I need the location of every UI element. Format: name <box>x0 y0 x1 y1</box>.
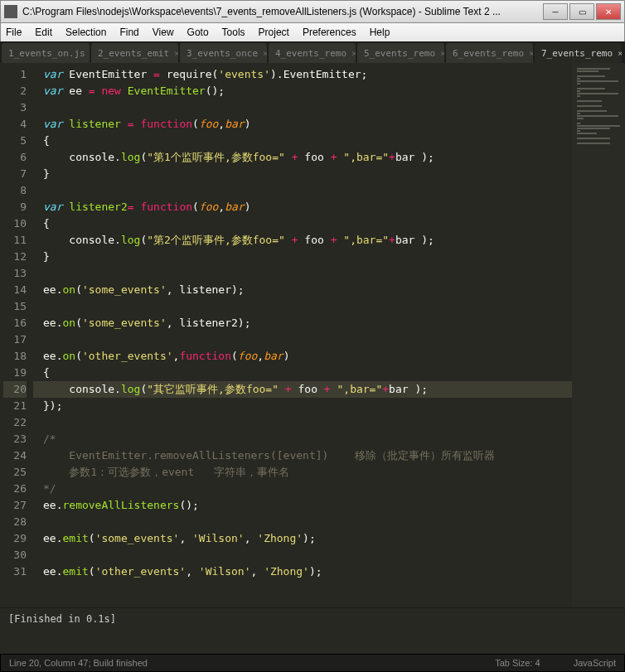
tab-label: 3_events_once <box>187 48 258 59</box>
menu-goto[interactable]: Goto <box>187 27 209 38</box>
code-line[interactable]: console.log("第2个监听事件,参数foo=" + foo + ",b… <box>33 232 572 249</box>
line-number: 8 <box>3 182 27 199</box>
status-tabsize[interactable]: Tab Size: 4 <box>495 658 540 668</box>
code-line[interactable]: ee.on('some_events', listener2); <box>33 315 572 331</box>
line-number: 31 <box>3 563 27 580</box>
tab-label: 4_events_remo <box>275 48 346 59</box>
code-line[interactable]: ee.on('other_events',function(foo,bar) <box>33 348 572 365</box>
tab-label: 1_events_on.js <box>8 48 85 59</box>
line-number: 10 <box>3 215 27 232</box>
line-number: 19 <box>3 365 27 381</box>
tab-3[interactable]: 4_events_remo× <box>269 43 356 63</box>
menu-tools[interactable]: Tools <box>222 27 245 38</box>
code-line[interactable] <box>33 298 572 315</box>
status-language[interactable]: JavaScript <box>574 658 616 668</box>
tab-close-icon[interactable]: × <box>263 48 267 59</box>
menubar: File Edit Selection Find View Goto Tools… <box>0 23 625 41</box>
close-button[interactable]: ✕ <box>596 3 621 20</box>
code-line[interactable]: EventEmitter.removeAllListeners([event])… <box>33 447 572 464</box>
tab-1[interactable]: 2_events_emit× <box>91 43 178 63</box>
code-line[interactable]: } <box>33 249 572 265</box>
code-line[interactable]: var listener = function(foo,bar) <box>33 116 572 133</box>
menu-selection[interactable]: Selection <box>65 27 106 38</box>
line-number: 22 <box>3 414 27 431</box>
code-line[interactable]: { <box>33 365 572 381</box>
code-line[interactable]: ee.on('some_events', listener); <box>33 282 572 298</box>
tab-close-icon[interactable]: × <box>351 48 356 59</box>
maximize-button[interactable]: ▭ <box>569 3 594 20</box>
line-number: 30 <box>3 547 27 563</box>
tab-4[interactable]: 5_events_remo× <box>357 43 444 63</box>
code-line[interactable] <box>33 182 572 199</box>
window-title: C:\Program Files\nodejs\Workspace\events… <box>22 6 543 17</box>
code-line[interactable] <box>33 99 572 116</box>
tab-label: 5_events_remo <box>364 48 435 59</box>
line-number: 5 <box>3 133 27 149</box>
tab-6[interactable]: 7_events_remo× <box>535 43 622 63</box>
line-number: 1 <box>3 66 27 83</box>
code-line[interactable]: ee.emit('other_events', 'Wilson', 'Zhong… <box>33 563 572 580</box>
app-icon <box>4 5 17 18</box>
code-line[interactable]: console.log("第1个监听事件,参数foo=" + foo + ",b… <box>33 149 572 166</box>
code-line[interactable]: ee.emit('some_events', 'Wilson', 'Zhong'… <box>33 530 572 547</box>
line-number: 28 <box>3 514 27 530</box>
code-line[interactable]: */ <box>33 481 572 497</box>
menu-project[interactable]: Project <box>259 27 289 38</box>
line-number: 12 <box>3 249 27 265</box>
tab-close-icon[interactable]: × <box>529 48 533 59</box>
statusbar: Line 20, Column 47; Build finished Tab S… <box>0 654 625 672</box>
menu-preferences[interactable]: Preferences <box>303 27 356 38</box>
code-line[interactable] <box>33 331 572 348</box>
line-number: 27 <box>3 497 27 514</box>
line-number: 13 <box>3 265 27 282</box>
tab-label: 7_events_remo <box>541 48 613 59</box>
tab-label: 2_events_emit <box>98 48 169 59</box>
code-line[interactable]: 参数1：可选参数，event 字符串，事件名 <box>33 464 572 481</box>
line-number: 25 <box>3 464 27 481</box>
code-line[interactable]: } <box>33 166 572 182</box>
code-line[interactable]: var listener2= function(foo,bar) <box>33 199 572 215</box>
line-number: 21 <box>3 398 27 414</box>
code-area[interactable]: var EventEmitter = require('events').Eve… <box>33 63 572 607</box>
code-line[interactable] <box>33 414 572 431</box>
tab-close-icon[interactable]: × <box>618 48 622 59</box>
tabbar: 1_events_on.js×2_events_emit×3_events_on… <box>0 41 625 63</box>
code-line[interactable]: { <box>33 133 572 149</box>
line-number: 23 <box>3 431 27 447</box>
line-number: 9 <box>3 199 27 215</box>
menu-view[interactable]: View <box>153 27 174 38</box>
tab-label: 6_events_remo <box>453 48 524 59</box>
minimize-button[interactable]: ─ <box>543 3 568 20</box>
code-line[interactable]: console.log("其它监听事件,参数foo=" + foo + ",ba… <box>33 381 572 398</box>
menu-file[interactable]: File <box>6 27 22 38</box>
code-line[interactable]: /* <box>33 431 572 447</box>
editor-main: 1234567891011121314151617181920212223242… <box>0 63 625 607</box>
code-line[interactable]: var ee = new EventEmitter(); <box>33 83 572 99</box>
line-number: 17 <box>3 331 27 348</box>
menu-help[interactable]: Help <box>370 27 390 38</box>
menu-edit[interactable]: Edit <box>35 27 52 38</box>
tab-close-icon[interactable]: × <box>174 48 178 59</box>
code-line[interactable] <box>33 514 572 530</box>
line-number: 24 <box>3 447 27 464</box>
menu-find[interactable]: Find <box>119 27 138 38</box>
code-line[interactable]: ee.removeAllListeners(); <box>33 497 572 514</box>
window-controls: ─ ▭ ✕ <box>543 3 621 20</box>
minimap[interactable] <box>572 63 625 607</box>
tab-5[interactable]: 6_events_remo× <box>446 43 533 63</box>
line-number: 26 <box>3 481 27 497</box>
line-gutter: 1234567891011121314151617181920212223242… <box>0 63 33 607</box>
code-line[interactable]: }); <box>33 398 572 414</box>
code-line[interactable] <box>33 265 572 282</box>
code-line[interactable]: { <box>33 215 572 232</box>
tab-0[interactable]: 1_events_on.js× <box>2 43 90 63</box>
line-number: 14 <box>3 282 27 298</box>
line-number: 4 <box>3 116 27 133</box>
tab-2[interactable]: 3_events_once× <box>180 43 267 63</box>
line-number: 6 <box>3 149 27 166</box>
code-line[interactable]: var EventEmitter = require('events').Eve… <box>33 66 572 83</box>
line-number: 15 <box>3 298 27 315</box>
line-number: 18 <box>3 348 27 365</box>
tab-close-icon[interactable]: × <box>440 48 444 59</box>
code-line[interactable] <box>33 547 572 563</box>
